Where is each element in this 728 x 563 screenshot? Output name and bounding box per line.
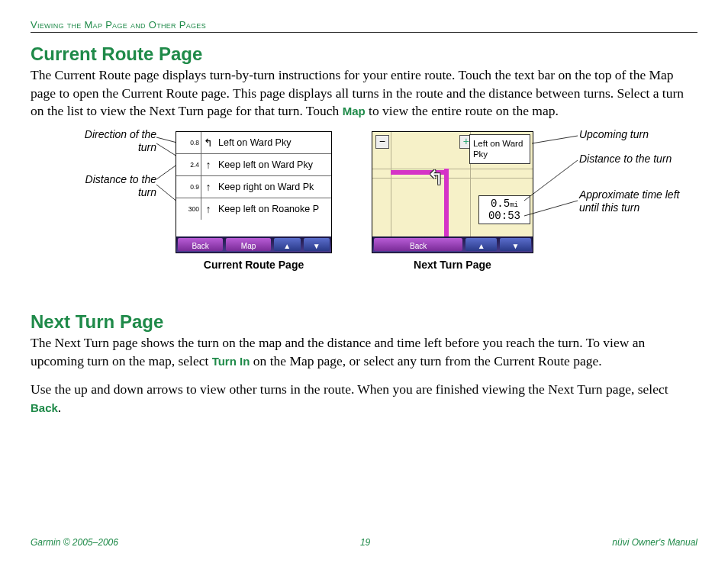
callout-distance-left: Distance to the turn — [72, 173, 156, 199]
current-route-device: 0.8 ↰ Left on Ward Pky 2.4 ↑ Keep left o… — [176, 131, 332, 253]
callout-time: Approximate time left until this turn — [579, 188, 694, 214]
turn-name: Keep right on Ward Pk — [215, 182, 331, 192]
turn-arrow-icon: ↰ — [201, 137, 215, 149]
turn-arrow-icon: ↑ — [201, 159, 215, 171]
svg-line-4 — [532, 136, 578, 143]
back-button[interactable]: Back — [178, 238, 223, 251]
figure-caption-1: Current Route Page — [176, 259, 331, 271]
bottom-bar: Back Map ▲ ▼ — [176, 236, 331, 253]
turn-name: Left on Ward Pky — [215, 137, 331, 148]
back-keyword: Back — [31, 401, 58, 414]
turn-in-keyword: Turn In — [212, 355, 250, 368]
footer-left: Garmin © 2005–2006 — [31, 537, 118, 548]
figure-caption-2: Next Turn Page — [372, 259, 533, 271]
figures-row: Direction of the turn Distance to the tu… — [31, 131, 697, 291]
bottom-bar: Back ▲ ▼ — [372, 236, 533, 253]
time-value: 00:53 — [488, 210, 520, 222]
page-footer: Garmin © 2005–2006 19 nüvi Owner's Manua… — [31, 537, 697, 548]
down-button[interactable]: ▼ — [304, 238, 330, 251]
route-row[interactable]: 2.4 ↑ Keep left on Ward Pky — [176, 154, 331, 176]
p-text: on the Map page, or select any turn from… — [250, 353, 601, 368]
zoom-out-button[interactable]: − — [375, 135, 389, 149]
dist: 2.4 — [190, 162, 199, 169]
callout-direction: Direction of the turn — [72, 128, 156, 154]
turn-arrow-icon: ↑ — [201, 203, 215, 215]
running-header: Viewing the Map Page and Other Pages — [31, 19, 697, 33]
turn-arrow-icon: ↑ — [201, 181, 215, 193]
section2-p2: Use the up and down arrows to view other… — [31, 381, 697, 417]
up-button[interactable]: ▲ — [465, 238, 497, 251]
route-row[interactable]: 300 ↑ Keep left on Roanoke P — [176, 198, 331, 220]
dist-unit: mi — [510, 201, 518, 209]
p-text: Use the up and down arrows to view other… — [31, 381, 668, 397]
callout-upcoming: Upcoming turn — [579, 128, 686, 141]
route-row[interactable]: 0.8 ↰ Left on Ward Pky — [176, 132, 331, 154]
dist: 0.8 — [190, 140, 199, 146]
callout-distance-right: Distance to the turn — [579, 153, 686, 166]
turn-name: Keep left on Roanoke P — [215, 204, 331, 214]
map-keyword: Map — [343, 105, 366, 117]
svg-line-3 — [156, 185, 178, 202]
dist-value: 0.5 — [491, 198, 510, 210]
turn-name: Keep left on Ward Pky — [215, 159, 331, 170]
turn-arrow-icon: ↰ — [427, 166, 444, 190]
section1-body: The Current Route page displays turn-by-… — [31, 66, 697, 121]
dist: 0.9 — [190, 184, 199, 191]
route-row[interactable]: 0.9 ↑ Keep right on Ward Pk — [176, 176, 331, 198]
section1-title: Current Route Page — [31, 43, 697, 65]
section2-p1: The Next Turn page shows the turn on the… — [31, 334, 697, 370]
back-button[interactable]: Back — [374, 238, 462, 251]
upcoming-turn-box[interactable]: Left on Ward Pky — [469, 134, 530, 164]
footer-page-number: 19 — [360, 537, 370, 548]
map-button[interactable]: Map — [226, 238, 271, 251]
dist: 300 — [188, 206, 199, 213]
section2-title: Next Turn Page — [31, 311, 697, 333]
p1-part-b: to view the entire route on the map. — [366, 103, 559, 118]
distance-time-box: 0.5mi 00:53 — [478, 195, 530, 224]
next-turn-device: ↰ − + Left on Ward Pky 0.5mi 00:53 Back … — [372, 131, 533, 253]
svg-line-2 — [156, 164, 178, 179]
p-text: . — [58, 400, 61, 415]
up-button[interactable]: ▲ — [274, 238, 300, 251]
footer-right: nüvi Owner's Manual — [612, 537, 697, 548]
down-button[interactable]: ▼ — [500, 238, 531, 251]
